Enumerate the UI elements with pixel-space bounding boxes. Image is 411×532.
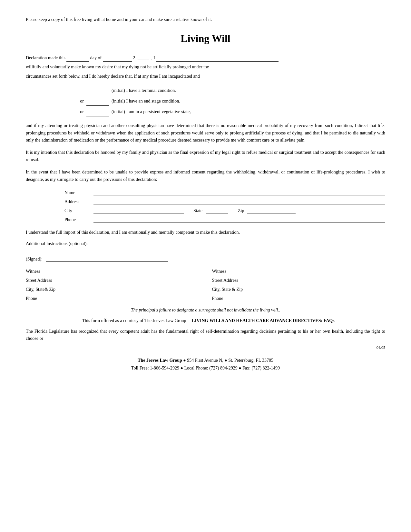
- initials-row-1: (initial) I have a terminal condition.: [74, 86, 385, 95]
- footer-city-state-zip: St. Petersburg, FL 33705: [228, 358, 273, 363]
- address-field: [93, 199, 385, 204]
- initials-section: (initial) I have a terminal condition. o…: [74, 86, 385, 116]
- city-state-zip2-label: City, State & Zip: [212, 287, 243, 292]
- firm-name: The Jeeves Law Group: [138, 358, 182, 363]
- city-state-zip1-label: City, State& Zip: [26, 287, 55, 292]
- address-label: Address: [64, 199, 90, 204]
- initials-row-3: or (initial) I am in a persistent vegeta…: [74, 107, 385, 116]
- declaration-line2: willfully and voluntarily make known my …: [26, 64, 385, 71]
- body-paragraph-3: In the event that I have been determined…: [26, 169, 385, 183]
- phone1-label: Phone: [26, 296, 37, 301]
- phone2-field: [227, 295, 386, 301]
- footer-tollfree: Toll Free: 1-866-594-2929: [131, 366, 179, 370]
- document-title: Living Will: [26, 33, 385, 44]
- address-row: Address: [64, 199, 385, 204]
- top-notice: Please keep a copy of this free living w…: [26, 16, 385, 23]
- city-state-zip1-field: [59, 286, 199, 292]
- name-label: Name: [64, 190, 90, 195]
- footer-bullet3: ●: [181, 366, 184, 370]
- street-address1-field: [55, 277, 199, 283]
- footer-bullet1: ●: [183, 358, 187, 363]
- phone-field: [93, 217, 385, 222]
- name-row: Name: [64, 190, 385, 195]
- signed-label: (Signed):: [26, 257, 43, 262]
- body-paragraph-2: It is my intention that this declaration…: [26, 149, 385, 163]
- witness-phone-row: Phone Phone: [26, 295, 385, 301]
- witness2-label: Witness: [212, 269, 227, 274]
- city-state-zip-row: City State Zip: [64, 208, 385, 213]
- body-paragraph-4: I understand the full import of this dec…: [26, 229, 385, 236]
- signed-field: [46, 256, 168, 262]
- city-label: City: [64, 208, 90, 213]
- declaration-line: Declaration made this day of 2 _____ , I: [26, 54, 385, 62]
- phone1-field: [40, 295, 199, 301]
- declaration-line3: circumstances set forth below, and I do …: [26, 73, 385, 80]
- witness-row-1: Witness Witness: [26, 268, 385, 274]
- witness-section: Witness Witness Street Address Street Ad…: [26, 268, 385, 301]
- courtesy-note: — This form offered as a courtesy of The…: [26, 317, 385, 324]
- state-field: [206, 208, 228, 213]
- footer-fax: Fax: (727) 822-1499: [242, 366, 280, 370]
- footer: The Jeeves Law Group ● 954 First Avenue …: [26, 357, 385, 372]
- surrogate-form: Name Address City State Zip Phone: [64, 190, 385, 222]
- additional-instructions: Additional Instructions (optional):: [26, 241, 385, 246]
- phone2-label: Phone: [212, 296, 223, 301]
- zip-label: Zip: [238, 208, 244, 213]
- witness-street-row: Street Address Street Address: [26, 277, 385, 283]
- footer-line2: Toll Free: 1-866-594-2929 ● Local Phone:…: [26, 364, 385, 372]
- city-state-zip2-field: [246, 286, 385, 292]
- footer-bullet4: ●: [239, 366, 242, 370]
- street-address2-field: [241, 277, 385, 283]
- city-field: [93, 208, 184, 213]
- witness-csz-row: City, State& Zip City, State & Zip: [26, 286, 385, 292]
- state-label: State: [193, 208, 202, 213]
- footer-address: 954 First Avenue N,: [187, 358, 223, 363]
- zip-field: [247, 208, 296, 213]
- version-date: 04/05: [26, 345, 385, 350]
- signed-section: (Signed):: [26, 256, 385, 262]
- footer-line1: The Jeeves Law Group ● 954 First Avenue …: [26, 357, 385, 364]
- footer-local: Local Phone: (727) 894-2929: [184, 366, 237, 370]
- name-field: [93, 190, 385, 195]
- street-address2-label: Street Address: [212, 278, 238, 283]
- faq-paragraph: The Florida Legislature has recognized t…: [26, 328, 385, 342]
- footer-bullet2: ●: [224, 358, 228, 363]
- phone-label: Phone: [64, 217, 90, 222]
- witness2-field: [230, 268, 385, 274]
- witness1-label: Witness: [26, 269, 40, 274]
- initials-row-2: or (initial) I have an end stage conditi…: [74, 96, 385, 106]
- body-paragraph-1: and if my attending or treating physicia…: [26, 122, 385, 144]
- witness1-field: [44, 268, 199, 274]
- phone-row: Phone: [64, 217, 385, 222]
- surrogate-note: The principal's failure to designate a s…: [26, 308, 385, 313]
- top-notice-text: Please keep a copy of this free living w…: [26, 17, 212, 22]
- street-address1-label: Street Address: [26, 278, 52, 283]
